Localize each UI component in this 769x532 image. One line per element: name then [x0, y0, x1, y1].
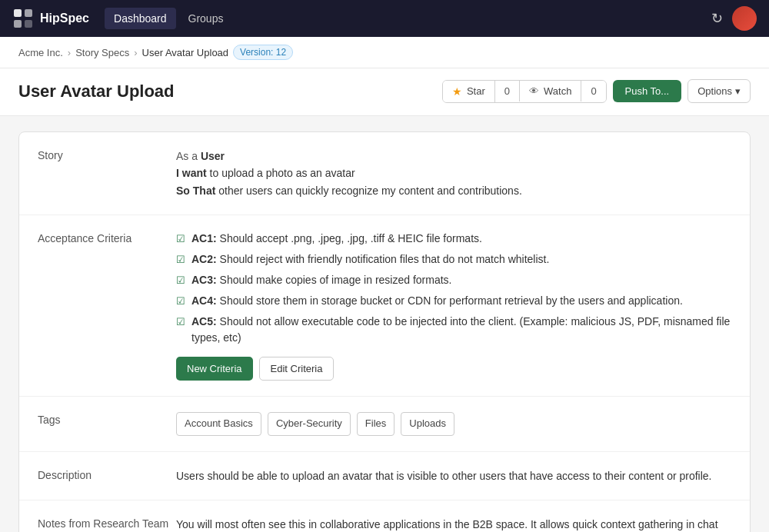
nav-dashboard[interactable]: Dashboard [105, 8, 176, 29]
notes-label: Notes from Research Team [38, 516, 176, 532]
header-actions: ★ Star 0 👁 Watch 0 Push To... Options ▾ [442, 79, 751, 103]
story-want-line: I want to upload a photo as an avatar [176, 165, 731, 181]
list-item: ☑AC2: Should reject with friendly notifi… [176, 251, 731, 268]
story-row: Story As a User I want to upload a photo… [19, 132, 750, 215]
brand-name: HipSpec [40, 12, 89, 25]
navbar-right: ↻ [711, 6, 757, 31]
notes-paragraph: You will most often see this in collabor… [176, 516, 731, 532]
avatar[interactable] [732, 6, 757, 31]
eye-icon: 👁 [529, 85, 539, 97]
star-label: Star [467, 85, 485, 97]
main-content: Story As a User I want to upload a photo… [0, 116, 769, 532]
breadcrumb-sep-2: › [134, 47, 137, 58]
tags-row: Tags Account BasicsCyber-SecurityFilesUp… [19, 397, 750, 452]
new-criteria-button[interactable]: New Criteria [176, 357, 253, 381]
ac-label: Acceptance Criteria [38, 231, 176, 381]
breadcrumb-acme[interactable]: Acme Inc. [18, 47, 63, 58]
options-button[interactable]: Options ▾ [687, 79, 751, 103]
star-icon: ★ [452, 85, 462, 98]
star-button[interactable]: ★ Star [443, 81, 495, 102]
version-badge[interactable]: Version: 12 [233, 45, 293, 60]
check-icon: ☑ [176, 294, 185, 309]
nav-links: Dashboard Groups [105, 8, 232, 29]
tag[interactable]: Cyber-Security [268, 412, 351, 436]
breadcrumb-story-specs[interactable]: Story Specs [75, 47, 129, 58]
description-row: Description Users should be able to uplo… [19, 452, 750, 500]
svg-rect-1 [25, 9, 32, 17]
story-label: Story [38, 148, 176, 199]
refresh-icon[interactable]: ↻ [711, 10, 723, 27]
ac-list: ☑AC1: Should accept .png, .jpeg, .jpg, .… [176, 231, 731, 346]
page-header: User Avatar Upload ★ Star 0 👁 Watch 0 Pu… [0, 68, 769, 116]
check-icon: ☑ [176, 231, 185, 247]
description-label: Description [38, 467, 176, 484]
tag[interactable]: Uploads [401, 412, 454, 436]
tag[interactable]: Account Basics [176, 412, 261, 436]
chevron-down-icon: ▾ [735, 85, 741, 97]
nav-groups[interactable]: Groups [179, 8, 233, 29]
description-content: Users should be able to upload an avatar… [176, 467, 731, 484]
tags-content: Account BasicsCyber-SecurityFilesUploads [176, 412, 731, 436]
list-item: ☑AC5: Should not allow executable code t… [176, 314, 731, 346]
breadcrumb-sep-1: › [68, 47, 71, 58]
options-label: Options [697, 85, 732, 97]
story-card: Story As a User I want to upload a photo… [18, 131, 751, 532]
list-item: ☑AC3: Should make copies of image in res… [176, 272, 731, 288]
tags-list: Account BasicsCyber-SecurityFilesUploads [176, 412, 731, 436]
watch-button[interactable]: 👁 Watch [520, 81, 581, 101]
star-watch-group: ★ Star 0 👁 Watch 0 [442, 80, 607, 103]
breadcrumb-current: User Avatar Upload [142, 47, 229, 58]
svg-rect-0 [14, 9, 22, 17]
watch-count: 0 [581, 81, 605, 101]
list-item: ☑AC4: Should store them in storage bucke… [176, 293, 731, 309]
brand-logo[interactable]: HipSpec [12, 8, 89, 29]
check-icon: ☑ [176, 252, 185, 268]
svg-rect-2 [14, 20, 22, 28]
story-content: As a User I want to upload a photo as an… [176, 148, 731, 199]
story-as-line: As a User [176, 148, 731, 165]
watch-label: Watch [544, 85, 571, 97]
page-title: User Avatar Upload [18, 81, 175, 101]
story-so-line: So That other users can quickly recogniz… [176, 182, 731, 199]
ac-buttons: New Criteria Edit Criteria [176, 357, 731, 381]
ac-content: ☑AC1: Should accept .png, .jpeg, .jpg, .… [176, 231, 731, 381]
svg-rect-3 [25, 20, 32, 28]
list-item: ☑AC1: Should accept .png, .jpeg, .jpg, .… [176, 231, 731, 247]
tags-label: Tags [38, 412, 176, 436]
acceptance-criteria-row: Acceptance Criteria ☑AC1: Should accept … [19, 215, 750, 397]
check-icon: ☑ [176, 314, 185, 330]
navbar: HipSpec Dashboard Groups ↻ [0, 0, 769, 37]
edit-criteria-button[interactable]: Edit Criteria [259, 357, 335, 381]
breadcrumb: Acme Inc. › Story Specs › User Avatar Up… [0, 37, 769, 68]
tag[interactable]: Files [357, 412, 394, 436]
notes-row: Notes from Research Team You will most o… [19, 500, 750, 532]
notes-content: You will most often see this in collabor… [176, 516, 731, 532]
star-count: 0 [495, 81, 520, 101]
push-to-button[interactable]: Push To... [613, 80, 682, 102]
check-icon: ☑ [176, 273, 185, 288]
